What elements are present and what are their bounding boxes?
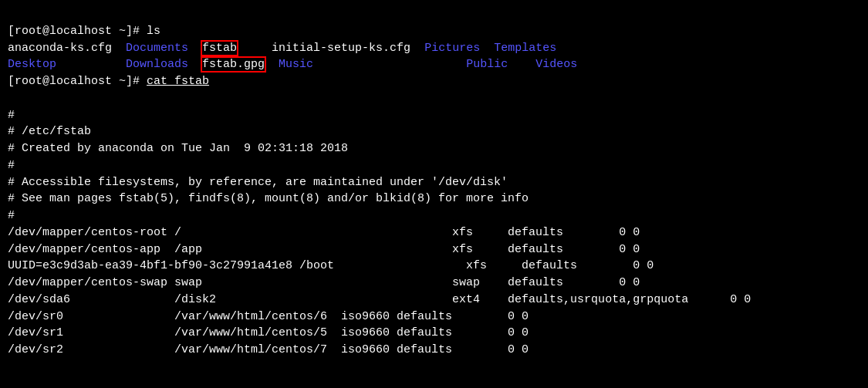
terminal-text: Templates: [494, 42, 556, 55]
terminal-line: #: [8, 157, 860, 174]
terminal-text: #: [8, 109, 15, 122]
terminal-text: Public: [466, 58, 522, 71]
terminal-line: # /etc/fstab: [8, 123, 860, 140]
terminal-line: # Created by anaconda on Tue Jan 9 02:31…: [8, 140, 860, 157]
terminal-text: /dev/mapper/centos-root / xfs defaults 0…: [8, 226, 640, 239]
terminal-line: /dev/mapper/centos-app /app xfs defaults…: [8, 241, 860, 258]
terminal-text: #: [8, 209, 15, 222]
terminal-text: fstab.gpg: [202, 58, 265, 71]
terminal-text: /dev/mapper/centos-app /app xfs defaults…: [8, 243, 640, 256]
terminal-text: [237, 42, 272, 55]
terminal-line: Desktop Downloads fstab.gpg Music Public…: [8, 56, 860, 73]
terminal-line: #: [8, 207, 860, 224]
terminal-text: [root@localhost ~]# ls: [8, 25, 160, 38]
terminal-text: /dev/mapper/centos-swap swap swap defaul…: [8, 276, 640, 289]
terminal-line: [8, 90, 860, 107]
terminal-text: fstab: [202, 42, 237, 55]
terminal-line: /dev/sr1 /var/www/html/centos/5 iso9660 …: [8, 325, 860, 342]
terminal-text: /dev/sr1 /var/www/html/centos/5 iso9660 …: [8, 326, 529, 339]
terminal-text: # Created by anaconda on Tue Jan 9 02:31…: [8, 142, 348, 155]
terminal-text: Pictures: [424, 42, 494, 55]
terminal-line: #: [8, 107, 860, 124]
terminal-line: /dev/sr0 /var/www/html/centos/6 iso9660 …: [8, 309, 860, 326]
terminal-text: [root@localhost ~]#: [8, 75, 147, 88]
terminal-line: /dev/sda6 /disk2 ext4 defaults,usrquota,…: [8, 292, 860, 309]
terminal: [root@localhost ~]# lsanaconda-ks.cfg Do…: [0, 0, 868, 365]
terminal-text: initial-setup-ks.cfg: [272, 42, 424, 55]
terminal-text: /dev/sr0 /var/www/html/centos/6 iso9660 …: [8, 310, 529, 323]
terminal-text: cat fstab: [147, 75, 209, 88]
terminal-line: UUID=e3c9d3ab-ea39-4bf1-bf90-3c27991a41e…: [8, 258, 860, 275]
terminal-text: [265, 58, 279, 71]
terminal-text: Music: [279, 58, 327, 71]
terminal-text: # /etc/fstab: [8, 125, 91, 138]
terminal-text: Videos: [522, 58, 577, 71]
terminal-line: [root@localhost ~]# cat fstab: [8, 73, 860, 90]
terminal-text: Documents: [126, 42, 202, 55]
terminal-text: UUID=e3c9d3ab-ea39-4bf1-bf90-3c27991a41e…: [8, 259, 654, 272]
terminal-text: [327, 58, 466, 71]
terminal-text: # See man pages fstab(5), findfs(8), mou…: [8, 192, 529, 205]
terminal-line: /dev/mapper/centos-swap swap swap defaul…: [8, 275, 860, 292]
terminal-text: anaconda-ks.cfg: [8, 42, 126, 55]
terminal-line: # Accessible filesystems, by reference, …: [8, 174, 860, 191]
terminal-text: #: [8, 159, 15, 172]
terminal-text: Downloads: [126, 58, 202, 71]
terminal-line: anaconda-ks.cfg Documents fstab initial-…: [8, 40, 860, 57]
terminal-text: /dev/sr2 /var/www/html/centos/7 iso9660 …: [8, 343, 529, 356]
terminal-line: /dev/mapper/centos-root / xfs defaults 0…: [8, 224, 860, 241]
terminal-text: Desktop: [8, 58, 126, 71]
terminal-line: /dev/sr2 /var/www/html/centos/7 iso9660 …: [8, 342, 860, 359]
terminal-text: /dev/sda6 /disk2 ext4 defaults,usrquota,…: [8, 293, 751, 306]
terminal-text: # Accessible filesystems, by reference, …: [8, 176, 508, 189]
terminal-line: # See man pages fstab(5), findfs(8), mou…: [8, 191, 860, 207]
terminal-line: [root@localhost ~]# ls: [8, 23, 860, 40]
